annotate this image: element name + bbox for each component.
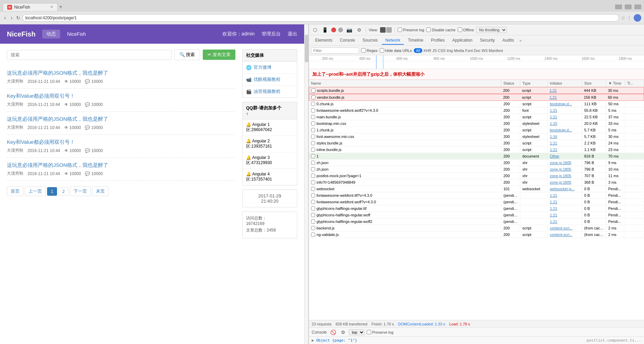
row-checkbox[interactable]	[311, 187, 315, 191]
youku-link[interactable]: 📹 优酷视频教程	[243, 74, 297, 86]
network-table[interactable]: Name Status Type Initiator Size ▼ Time T…	[309, 80, 644, 320]
row-initiator[interactable]: 1:21	[548, 107, 582, 114]
row-initiator[interactable]: Other	[548, 153, 582, 159]
weibo-link[interactable]: 🌐 官方微博	[243, 62, 297, 74]
hide-data-urls-checkbox[interactable]: Hide data URLs	[380, 48, 412, 53]
row-checkbox[interactable]	[311, 128, 315, 132]
console-clear-btn[interactable]: 🚫	[329, 329, 337, 336]
row-initiator[interactable]: 1:21	[548, 218, 582, 225]
network-row[interactable]: 1 200 document Other 816 B 70 ms	[309, 153, 644, 160]
minimize-btn[interactable]	[615, 4, 622, 9]
network-row[interactable]: vendor.bundle.js 200 script 1:21 156 KB …	[309, 94, 644, 101]
page-last[interactable]: 末页	[92, 186, 109, 196]
row-initiator[interactable]: 1:21	[547, 87, 582, 94]
camera-btn[interactable]: 📷	[345, 26, 354, 33]
network-row[interactable]: main.bundle.js 200 script 1:21 22.5 KB 3…	[309, 114, 644, 120]
close-btn[interactable]	[634, 4, 641, 9]
row-checkbox[interactable]	[311, 226, 315, 230]
row-checkbox[interactable]	[311, 167, 315, 171]
row-checkbox[interactable]	[311, 88, 315, 93]
nav-admin-link[interactable]: 管理后台	[262, 31, 281, 37]
nav-logout-link[interactable]: 退出	[288, 31, 297, 37]
tab-application[interactable]: Application	[449, 36, 476, 45]
group-view-btn[interactable]	[386, 27, 392, 33]
console-preserve-input[interactable]	[367, 330, 371, 334]
row-initiator[interactable]: bootstrap.d...	[548, 127, 582, 133]
network-filter-input[interactable]	[311, 47, 359, 54]
filter-img[interactable]: Img	[446, 49, 453, 53]
row-checkbox[interactable]	[311, 200, 315, 204]
col-name[interactable]: Name	[309, 80, 501, 87]
col-time[interactable]: ▼ Time	[606, 80, 625, 87]
row-initiator[interactable]: zone.js:1805	[548, 179, 582, 185]
address-input[interactable]	[22, 14, 619, 22]
publish-button[interactable]: ✏ 发布文章	[203, 50, 235, 60]
network-row[interactable]: ng-validate.js 200 script content-scri..…	[309, 232, 644, 238]
scroll-thumb[interactable]	[305, 35, 308, 62]
row-initiator[interactable]: bootstrap.d...	[548, 101, 582, 107]
row-checkbox[interactable]	[311, 233, 315, 237]
preserve-log-input[interactable]	[398, 28, 402, 32]
console-filter-btn[interactable]: ⚙	[340, 329, 347, 336]
network-row[interactable]: font-awesome.min.css 200 stylesheet 1:16…	[309, 133, 644, 140]
network-row[interactable]: glyphicons-halflings-regular.woff2 (pend…	[309, 218, 644, 225]
row-checkbox[interactable]	[311, 148, 315, 152]
tab-profiles[interactable]: Profiles	[428, 36, 448, 45]
row-checkbox[interactable]	[311, 206, 315, 211]
regex-input[interactable]	[361, 48, 366, 53]
post-title[interactable]: 这玩意必须用严格的JSON格式，我也是醉了	[7, 70, 235, 76]
network-row[interactable]: backend.js 200 script content-scri... (f…	[309, 225, 644, 232]
back-button[interactable]: ‹	[3, 14, 7, 22]
page-1[interactable]: 1	[47, 187, 57, 196]
network-row[interactable]: websocket 101 websocket websocket.js... …	[309, 186, 644, 192]
filter-js[interactable]: JS	[432, 49, 437, 53]
preserve-log-checkbox[interactable]: Preserve log	[398, 28, 424, 32]
network-row[interactable]: glyphicons-halflings-regular.ttf (pendin…	[309, 205, 644, 212]
new-tab-button[interactable]: +	[59, 4, 62, 10]
row-initiator[interactable]: content-scri...	[548, 232, 582, 238]
col-ti[interactable]: Ti...	[625, 80, 644, 87]
row-checkbox[interactable]	[311, 154, 315, 158]
network-row[interactable]: 1.chunk.js 200 script bootstrap.d... 5.7…	[309, 127, 644, 133]
filter-font[interactable]: Font	[465, 49, 473, 53]
row-checkbox[interactable]	[311, 180, 315, 184]
offline-input[interactable]	[458, 28, 462, 32]
reload-button[interactable]: ↻	[16, 15, 20, 21]
nav-link-nicefish[interactable]: NiceFish	[67, 31, 86, 37]
offline-checkbox[interactable]: Offline	[458, 28, 474, 32]
row-initiator[interactable]: websocket.js...	[548, 186, 582, 192]
network-row[interactable]: glyphicons-halflings-regular.woff (pendi…	[309, 212, 644, 218]
search-button[interactable]: 🔍 搜索	[174, 49, 200, 60]
row-checkbox[interactable]	[311, 141, 315, 145]
network-row[interactable]: zh.json 200 xhr zone.js:1805 796 B 10 ms	[309, 166, 644, 173]
row-checkbox[interactable]	[311, 95, 315, 99]
row-checkbox[interactable]	[311, 135, 315, 139]
record-btn[interactable]	[331, 28, 336, 32]
throttle-select[interactable]: No throttling	[476, 27, 507, 33]
row-initiator[interactable]: content-scri...	[548, 225, 582, 231]
page-prev[interactable]: 上一页	[25, 186, 46, 196]
network-row[interactable]: 0.chunk.js 200 script bootstrap.d... 111…	[309, 101, 644, 107]
settings-icon[interactable]: ⋮	[627, 15, 632, 21]
col-size[interactable]: Size	[582, 80, 606, 87]
row-initiator[interactable]: 1:15	[548, 120, 582, 127]
regex-checkbox[interactable]: Regex	[361, 48, 378, 53]
row-checkbox[interactable]	[311, 108, 315, 112]
row-checkbox[interactable]	[311, 161, 315, 165]
row-checkbox[interactable]	[311, 219, 315, 224]
row-checkbox[interactable]	[311, 213, 315, 217]
row-checkbox[interactable]	[311, 102, 315, 106]
col-status[interactable]: Status	[501, 80, 520, 87]
row-checkbox[interactable]	[311, 115, 315, 119]
row-initiator[interactable]: 1:21	[548, 212, 582, 218]
filter-media[interactable]: Media	[454, 49, 464, 53]
post-title[interactable]: 这玩意必须用严格的JSON格式，我也是醉了	[7, 162, 235, 169]
row-initiator[interactable]: 1:21	[548, 147, 582, 153]
row-initiator[interactable]: zone.js:1805	[548, 160, 582, 166]
filter-xhr[interactable]: XHR	[423, 49, 431, 53]
network-row[interactable]: bootstrap.min.css 200 stylesheet 1:15 20…	[309, 120, 644, 127]
row-checkbox[interactable]	[311, 121, 315, 126]
network-row[interactable]: styles.bundle.js 200 script 1:21 2.2 KB …	[309, 140, 644, 147]
network-row[interactable]: scripts.bundle.js 200 script 1:21 444 KB…	[309, 87, 644, 94]
network-row[interactable]: inline.bundle.js 200 script 1:21 1.1 KB …	[309, 147, 644, 153]
